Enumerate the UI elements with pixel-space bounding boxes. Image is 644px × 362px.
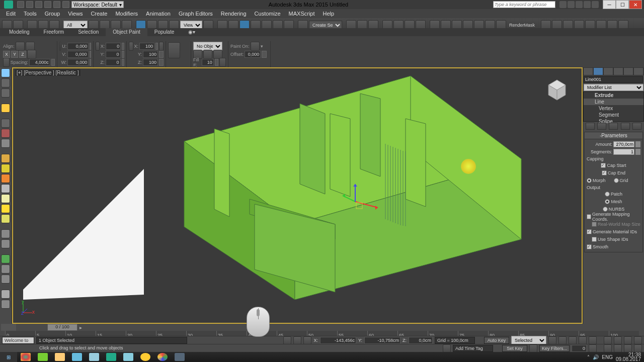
po2[interactable] bbox=[203, 50, 212, 59]
menu-create[interactable]: Create bbox=[87, 10, 111, 18]
grid-rb[interactable] bbox=[614, 178, 619, 183]
nav-4[interactable] bbox=[634, 336, 642, 344]
tab-modeling[interactable]: Modeling bbox=[2, 28, 37, 36]
frame-input[interactable] bbox=[572, 345, 587, 352]
nav-2[interactable] bbox=[614, 336, 622, 344]
tab-freeform[interactable]: Freeform bbox=[37, 28, 71, 36]
x-coord[interactable] bbox=[320, 337, 356, 344]
amount-spinner[interactable] bbox=[635, 141, 640, 147]
lt-7[interactable] bbox=[1, 139, 10, 148]
lt-19[interactable] bbox=[1, 275, 10, 284]
xyz3-btn[interactable] bbox=[129, 42, 133, 51]
remove-mod-button[interactable] bbox=[621, 123, 630, 130]
rollout-header[interactable]: - Parameters bbox=[585, 132, 642, 139]
lt-20[interactable] bbox=[1, 290, 10, 299]
viewcube[interactable] bbox=[544, 77, 570, 103]
cp-utilities-tab[interactable] bbox=[633, 67, 643, 75]
v-input[interactable] bbox=[67, 51, 89, 58]
nav-3[interactable] bbox=[624, 336, 632, 344]
fill-btn[interactable] bbox=[219, 58, 226, 67]
cp-motion-tab[interactable] bbox=[613, 67, 623, 75]
menu-maxscript[interactable]: MAXScript bbox=[285, 10, 319, 18]
stack-vertex[interactable]: Vertex bbox=[584, 105, 643, 112]
tray-clock[interactable]: 21:3809.08.2017 bbox=[616, 352, 641, 361]
lt-14[interactable] bbox=[1, 214, 10, 223]
xyz2-btn[interactable] bbox=[96, 42, 100, 51]
abs-rel-icon[interactable] bbox=[303, 336, 311, 344]
lock-icon[interactable] bbox=[283, 336, 291, 344]
qat-link-icon[interactable] bbox=[62, 1, 69, 8]
u-input[interactable] bbox=[67, 43, 89, 50]
segments-spinner[interactable] bbox=[635, 149, 640, 155]
fill-input[interactable] bbox=[202, 59, 214, 66]
task-explorer[interactable] bbox=[52, 352, 68, 362]
nav-5[interactable] bbox=[604, 344, 612, 352]
object-name-input[interactable] bbox=[584, 76, 643, 83]
time-slider-thumb[interactable]: 0 / 100 bbox=[47, 324, 77, 331]
menu-group[interactable]: Group bbox=[41, 10, 64, 18]
help-icon[interactable] bbox=[559, 1, 567, 8]
lt-5[interactable] bbox=[1, 119, 10, 128]
cp-modify-tab[interactable] bbox=[593, 67, 603, 75]
lt-13[interactable] bbox=[1, 204, 10, 213]
stack-extrude[interactable]: Extrude bbox=[584, 92, 643, 99]
modifier-list-dd[interactable]: Modifier List bbox=[584, 84, 643, 91]
amount-input[interactable] bbox=[613, 141, 634, 147]
nurbs-rb[interactable] bbox=[603, 207, 608, 212]
z2-input[interactable] bbox=[143, 59, 158, 66]
spacing-input[interactable] bbox=[29, 59, 50, 66]
qat-undo-icon[interactable] bbox=[44, 1, 51, 8]
maximize-button[interactable]: ☐ bbox=[616, 0, 629, 9]
play-start[interactable] bbox=[548, 336, 556, 344]
start-button[interactable]: ⊞ bbox=[0, 352, 17, 362]
pin-stack-button[interactable] bbox=[586, 123, 595, 130]
key-target-dd[interactable]: Selected bbox=[511, 336, 546, 345]
viewport[interactable]: [+] [Perspective ] [Realistic ] bbox=[12, 67, 583, 324]
x-input[interactable] bbox=[106, 43, 121, 50]
key-icon[interactable] bbox=[529, 344, 537, 352]
workspace-dropdown[interactable]: Workspace: Default▾ bbox=[71, 1, 124, 8]
nav-7[interactable] bbox=[624, 344, 632, 352]
task-app1[interactable] bbox=[69, 352, 85, 362]
y-toggle[interactable]: Y bbox=[11, 51, 18, 58]
task-app2[interactable] bbox=[86, 352, 102, 362]
y-coord[interactable] bbox=[364, 337, 400, 344]
lt-3[interactable] bbox=[1, 88, 10, 98]
lt-15[interactable] bbox=[1, 229, 10, 238]
task-3dsmax[interactable] bbox=[103, 352, 119, 362]
help2-icon[interactable] bbox=[592, 1, 599, 8]
unique-button[interactable] bbox=[609, 123, 618, 130]
qat-open-icon[interactable] bbox=[26, 1, 33, 8]
play-end[interactable] bbox=[589, 336, 597, 344]
tab-populate[interactable]: Populate bbox=[147, 28, 181, 36]
show-end-button[interactable] bbox=[597, 123, 606, 130]
menu-edit[interactable]: Edit bbox=[2, 10, 20, 18]
x-toggle[interactable]: X bbox=[3, 51, 10, 58]
config-button[interactable] bbox=[632, 123, 641, 130]
z-coord[interactable] bbox=[409, 337, 433, 344]
menu-help[interactable]: Help bbox=[319, 10, 339, 18]
lt-8[interactable] bbox=[1, 154, 10, 163]
nav-6[interactable] bbox=[614, 344, 622, 352]
lt-10[interactable] bbox=[1, 174, 10, 183]
qat-save-icon[interactable] bbox=[35, 1, 42, 8]
z-toggle[interactable]: Z bbox=[19, 51, 26, 58]
lt-1[interactable] bbox=[1, 68, 10, 77]
use-shape-cb[interactable] bbox=[592, 237, 597, 242]
x2-input[interactable] bbox=[139, 43, 154, 50]
spacing-spinner[interactable] bbox=[51, 59, 55, 66]
timeline-cfg[interactable] bbox=[1, 324, 16, 331]
lt-9[interactable] bbox=[1, 164, 10, 173]
segments-input[interactable] bbox=[613, 149, 634, 155]
menu-rendering[interactable]: Rendering bbox=[217, 10, 251, 18]
lt-11[interactable] bbox=[1, 184, 10, 193]
nav-8[interactable] bbox=[634, 344, 642, 352]
minimize-button[interactable]: ─ bbox=[603, 0, 616, 9]
task-utorrent[interactable] bbox=[35, 352, 51, 362]
tray-net-icon[interactable]: 🔊 bbox=[593, 354, 599, 360]
y2-input[interactable] bbox=[143, 51, 158, 58]
tab-selection[interactable]: Selection bbox=[71, 28, 106, 36]
task-chrome[interactable] bbox=[18, 352, 34, 362]
tab-object-paint[interactable]: Object Paint bbox=[106, 28, 147, 36]
menu-animation[interactable]: Animation bbox=[142, 10, 175, 18]
